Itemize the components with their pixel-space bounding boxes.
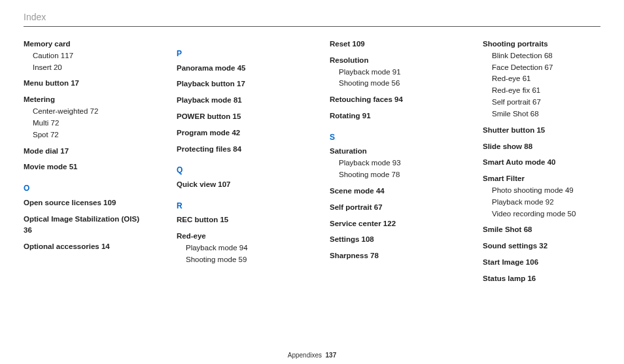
index-page-number: 20 <box>54 63 62 71</box>
footer-page: 137 <box>326 352 337 359</box>
letter-heading: P <box>177 48 301 60</box>
index-page-number: 78 <box>370 252 379 259</box>
index-entry: Sound settings 32 <box>483 240 607 252</box>
index-page-number: 67 <box>374 203 383 211</box>
index-subentry: Photo shooting mode 49 <box>483 185 607 197</box>
index-entry: Retouching faces 94 <box>330 94 454 106</box>
index-subterm: Insert <box>33 63 52 71</box>
index-subterm: Multi <box>33 119 48 127</box>
index-subterm: Shooting mode <box>339 79 389 87</box>
index-term: Settings <box>330 235 359 243</box>
index-entry: ResolutionPlayback mode 91Shooting mode … <box>330 55 454 90</box>
index-term: Quick view <box>177 180 216 188</box>
index-entry: Sharpness 78 <box>330 250 454 262</box>
index-entry: Movie mode 51 <box>24 161 148 173</box>
index-page-number: 109 <box>103 199 116 207</box>
index-term: Mode dial <box>24 147 58 155</box>
index-term: REC button <box>177 216 218 223</box>
index-entry: Optical Image Stabilization (OIS) 36 <box>24 214 148 237</box>
index-entry: MeteringCenter-weighted 72Multi 72Spot 7… <box>24 94 148 141</box>
index-term: POWER button <box>177 112 230 120</box>
footer-section: Appendixes <box>288 352 322 359</box>
index-page-number: 91 <box>362 112 371 120</box>
index-term: Optical Image Stabilization (OIS) <box>24 215 139 223</box>
index-subentry: Smile Shot 68 <box>483 108 607 120</box>
index-page-number: 72 <box>50 131 59 139</box>
index-term: Smile Shot <box>483 225 521 233</box>
index-subterm: Playback mode <box>492 198 544 206</box>
index-subentry: Self portrait 67 <box>483 97 607 108</box>
index-entry: Quick view 107 <box>177 179 301 191</box>
index-page-number: 84 <box>233 145 241 153</box>
index-entry: Program mode 42 <box>177 127 301 139</box>
index-page-number: 78 <box>392 171 400 178</box>
index-page-number: 59 <box>239 256 247 263</box>
index-page-number: 68 <box>524 225 532 233</box>
index-subterm: Shooting mode <box>339 171 389 178</box>
index-entry: Playback mode 81 <box>177 95 301 107</box>
index-term: Self portrait <box>330 203 372 211</box>
index-subterm: Self portrait <box>492 98 530 106</box>
index-entry: Smart Auto mode 40 <box>483 157 607 169</box>
index-page-number: 15 <box>220 216 228 223</box>
index-subterm: Red-eye <box>492 74 520 82</box>
index-term: Shutter button <box>483 126 534 134</box>
index-page-number: 15 <box>233 112 241 120</box>
index-page-number: 92 <box>546 198 554 206</box>
index-column: PPanorama mode 45Playback button 17Playb… <box>177 39 301 290</box>
index-subentry: Caution 117 <box>24 50 148 62</box>
index-subentry: Red-eye 61 <box>483 73 607 85</box>
index-page-number: 40 <box>547 158 556 166</box>
index-entry: Menu button 17 <box>24 78 148 90</box>
index-term: Smart Auto mode <box>483 158 545 166</box>
index-entry: Panorama mode 45 <box>177 63 301 74</box>
index-term: Panorama mode <box>177 64 235 72</box>
index-term: Status lamp <box>483 274 525 282</box>
index-page-number: 49 <box>565 186 574 194</box>
index-subentry: Spot 72 <box>24 129 148 141</box>
index-subterm: Red-eye fix <box>492 86 530 94</box>
index-term: Reset <box>330 40 350 48</box>
index-entry: Slide show 88 <box>483 141 607 153</box>
index-columns: Memory cardCaution 117Insert 20Menu butt… <box>24 39 600 290</box>
index-entry: REC button 15 <box>177 214 301 226</box>
index-entry: Settings 108 <box>330 234 454 246</box>
index-page-number: 15 <box>536 126 545 134</box>
index-subterm: Playback mode <box>339 68 390 76</box>
index-page-number: 45 <box>237 64 246 72</box>
index-page-number: 107 <box>218 180 230 188</box>
index-page-number: 17 <box>237 80 245 88</box>
index-entry: SaturationPlayback mode 93Shooting mode … <box>330 146 454 180</box>
index-term: Resolution <box>330 56 368 64</box>
index-page-number: 42 <box>232 129 240 137</box>
index-column: Memory cardCaution 117Insert 20Menu butt… <box>24 39 148 290</box>
index-subterm: Face Detection <box>492 63 542 71</box>
index-subentry: Multi 72 <box>24 118 148 129</box>
index-entry: Scene mode 44 <box>330 186 454 197</box>
index-term: Movie mode <box>24 163 67 171</box>
index-entry: Mode dial 17 <box>24 146 148 157</box>
index-entry: Reset 109 <box>330 39 454 50</box>
index-subentry: Blink Detection 68 <box>483 50 607 62</box>
index-subentry: Playback mode 94 <box>177 242 301 254</box>
index-page-number: 93 <box>392 159 401 167</box>
index-page: Index Memory cardCaution 117Insert 20Men… <box>0 0 624 364</box>
index-entry: Memory cardCaution 117Insert 20 <box>24 39 148 73</box>
letter-heading: O <box>24 182 148 195</box>
index-term: Playback button <box>177 80 235 88</box>
index-subentry: Playback mode 93 <box>330 157 454 169</box>
letter-heading: R <box>177 200 301 212</box>
index-term: Service center <box>330 220 381 227</box>
index-page-number: 122 <box>383 220 396 227</box>
index-entry: Smart FilterPhoto shooting mode 49Playba… <box>483 173 607 220</box>
index-page-number: 16 <box>527 274 536 282</box>
index-entry: POWER button 15 <box>177 111 301 123</box>
index-page-number: 36 <box>24 226 32 234</box>
index-page-number: 72 <box>90 107 99 115</box>
letter-heading: S <box>330 131 454 144</box>
index-subentry: Shooting mode 56 <box>330 78 454 90</box>
index-entry: Open source licenses 109 <box>24 197 148 209</box>
index-page-number: 14 <box>101 242 110 250</box>
index-page-number: 68 <box>544 52 553 59</box>
index-page-number: 81 <box>234 96 242 104</box>
